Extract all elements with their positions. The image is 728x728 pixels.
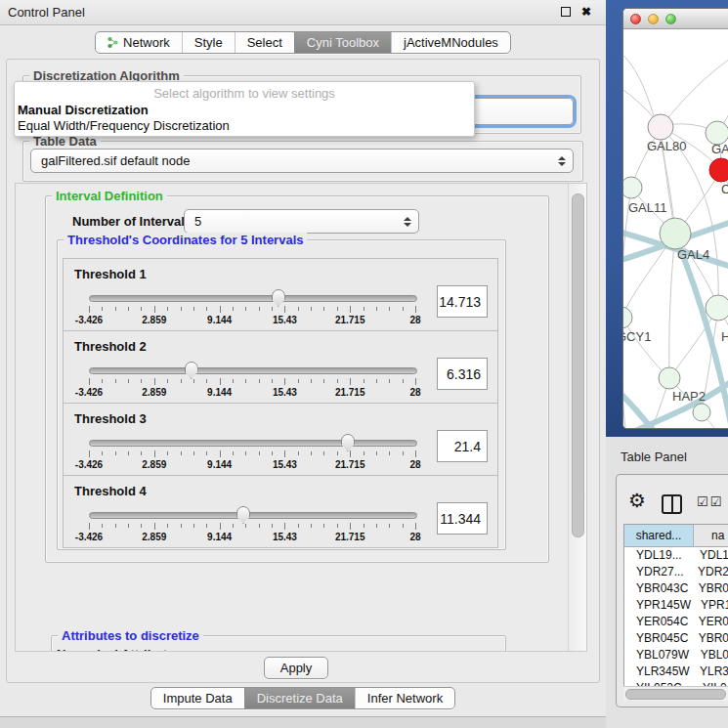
threshold-slider[interactable] bbox=[89, 512, 417, 519]
tab-jactivemnodules[interactable]: jActiveMNodules bbox=[391, 32, 510, 53]
slider-tick-labels: -3.4262.8599.14415.4321.71528 bbox=[89, 459, 415, 471]
control-panel-titlebar[interactable]: Control Panel ✖ bbox=[0, 0, 606, 25]
table-cell[interactable]: YBR043C bbox=[624, 580, 689, 597]
tick-mark bbox=[364, 307, 364, 311]
tab-select[interactable]: Select bbox=[235, 32, 294, 53]
network-node[interactable] bbox=[693, 404, 710, 421]
vertical-scrollbar[interactable] bbox=[568, 184, 586, 651]
table-cell[interactable]: YBR0 bbox=[689, 630, 728, 647]
dropdown-option[interactable]: Equal Width/Frequency Discretization bbox=[15, 118, 474, 134]
split-columns-icon[interactable] bbox=[662, 494, 682, 514]
float-window-icon[interactable] bbox=[561, 7, 571, 17]
network-node[interactable] bbox=[648, 114, 673, 140]
threshold-value-field[interactable]: 6.316 bbox=[437, 358, 488, 390]
slider-ticks bbox=[89, 450, 415, 459]
table-cell[interactable]: YDL1 bbox=[690, 547, 728, 564]
column-header-name[interactable]: na bbox=[694, 525, 728, 546]
node-table[interactable]: shared... na YDL19...YDL1YDR27...YDR2YBR… bbox=[623, 524, 728, 688]
table-cell[interactable]: YBL079W bbox=[624, 647, 691, 664]
node-label: GA bbox=[711, 142, 728, 156]
scrollbar-thumb[interactable] bbox=[572, 193, 584, 537]
slider-ticks bbox=[89, 523, 415, 532]
network-node[interactable] bbox=[706, 295, 728, 321]
table-row[interactable]: YDL19...YDL1 bbox=[624, 547, 728, 564]
network-node[interactable] bbox=[623, 177, 642, 198]
tab-cyni-toolbox[interactable]: Cyni Toolbox bbox=[294, 32, 391, 53]
table-cell[interactable]: YER0 bbox=[689, 614, 728, 630]
table-cell[interactable]: YDR27... bbox=[624, 564, 688, 580]
tick-mark bbox=[245, 451, 246, 455]
table-data-combobox[interactable]: galFiltered.sif default node bbox=[30, 149, 574, 173]
threshold-slider[interactable] bbox=[89, 440, 417, 447]
tick-mark bbox=[272, 524, 273, 528]
tick-mark bbox=[311, 524, 312, 528]
horizontal-scrollbar[interactable] bbox=[623, 686, 728, 701]
tab-style[interactable]: Style bbox=[182, 32, 235, 53]
network-node[interactable] bbox=[709, 158, 728, 182]
threshold-slider[interactable] bbox=[89, 295, 417, 302]
tick-mark bbox=[167, 307, 168, 311]
table-row[interactable]: YPR145WYPR1 bbox=[624, 597, 728, 614]
slider-thumb[interactable] bbox=[341, 434, 355, 451]
tick-mark bbox=[259, 379, 260, 383]
network-node[interactable] bbox=[659, 367, 680, 389]
tick-label: -3.426 bbox=[75, 315, 103, 325]
table-cell[interactable]: YLR345W bbox=[624, 664, 690, 680]
apply-label: Apply bbox=[280, 661, 313, 675]
tick-mark bbox=[245, 524, 246, 528]
table-cell[interactable]: YPR1 bbox=[691, 597, 728, 614]
number-of-intervals-combobox[interactable]: 5 bbox=[184, 209, 419, 234]
close-icon[interactable]: ✖ bbox=[581, 7, 591, 17]
table-row[interactable]: YBL079WYBL0 bbox=[624, 647, 728, 664]
table-row[interactable]: YER054CYER0 bbox=[624, 614, 728, 630]
threshold-value-field[interactable]: 21.4 bbox=[437, 430, 488, 462]
table-row[interactable]: YDR27...YDR2 bbox=[624, 564, 728, 580]
cyni-toolbox-panel: Discretization Algorithm Select algorith… bbox=[6, 59, 600, 683]
tick-mark bbox=[323, 451, 324, 455]
network-node[interactable] bbox=[660, 218, 691, 249]
tab-network[interactable]: Network bbox=[96, 32, 182, 53]
network-window-titlebar[interactable] bbox=[623, 9, 728, 29]
table-cell[interactable]: YDR2 bbox=[688, 564, 728, 580]
threshold-value-field[interactable]: 14.713 bbox=[437, 285, 488, 318]
column-header-shared-name[interactable]: shared... bbox=[624, 525, 694, 546]
table-row[interactable]: YBR045CYBR0 bbox=[624, 630, 728, 647]
table-row[interactable]: YBR043CYBR0 bbox=[624, 580, 728, 597]
threshold-slider[interactable] bbox=[89, 367, 417, 374]
network-node[interactable] bbox=[623, 307, 632, 328]
apply-button[interactable]: Apply bbox=[264, 657, 328, 679]
table-cell[interactable]: YER054C bbox=[624, 614, 689, 630]
tick-mark bbox=[89, 378, 90, 385]
table-cell[interactable]: YLR3 bbox=[690, 664, 728, 680]
table-cell[interactable]: YBL0 bbox=[691, 647, 728, 664]
tick-mark bbox=[259, 307, 260, 311]
tick-mark bbox=[220, 523, 221, 530]
slider-thumb[interactable] bbox=[272, 289, 285, 307]
dropdown-option[interactable]: Manual Discretization bbox=[15, 103, 474, 118]
slider-ticks bbox=[89, 378, 415, 387]
tab-discretize-data[interactable]: Discretize Data bbox=[244, 688, 355, 708]
gear-icon[interactable]: ⚙ bbox=[628, 489, 646, 512]
network-canvas[interactable]: GAL80GACGAL11GAL4GCY1HHAP2 bbox=[623, 29, 728, 428]
tab-impute-data[interactable]: Impute Data bbox=[151, 688, 244, 708]
slider-thumb[interactable] bbox=[185, 362, 198, 379]
threshold-value-field[interactable]: 11.344 bbox=[437, 502, 488, 535]
table-cell[interactable]: YPR145W bbox=[624, 597, 691, 614]
tick-mark bbox=[350, 378, 351, 385]
tick-mark bbox=[259, 524, 260, 528]
checkbox-icons[interactable]: ☑☑ bbox=[697, 494, 723, 509]
table-cell[interactable]: YBR0 bbox=[689, 580, 728, 597]
slider-thumb[interactable] bbox=[236, 506, 250, 524]
table-row[interactable]: YLR345WYLR3 bbox=[624, 664, 728, 680]
tab-label: jActiveMNodules bbox=[404, 35, 498, 50]
close-traffic-light[interactable] bbox=[630, 14, 641, 24]
tick-mark bbox=[167, 451, 168, 455]
minimize-traffic-light[interactable] bbox=[648, 14, 659, 24]
table-cell[interactable]: YBR045C bbox=[624, 630, 689, 647]
scrollbar-thumb[interactable] bbox=[625, 689, 726, 700]
tick-mark bbox=[181, 379, 182, 383]
tab-infer-network[interactable]: Infer Network bbox=[355, 688, 454, 708]
tick-label: 15.43 bbox=[273, 387, 297, 398]
table-cell[interactable]: YDL19... bbox=[624, 547, 690, 564]
zoom-traffic-light[interactable] bbox=[665, 14, 676, 24]
